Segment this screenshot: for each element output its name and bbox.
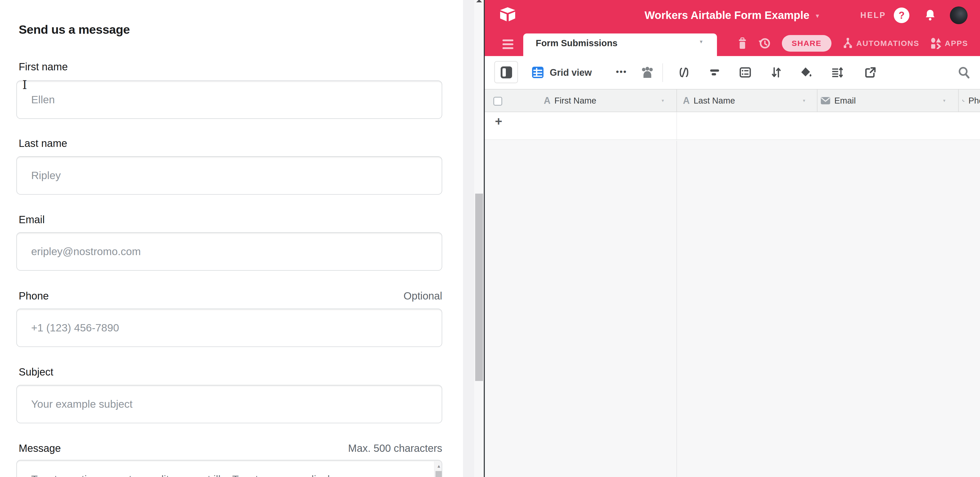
- user-avatar[interactable]: [950, 6, 967, 24]
- page-scroll-up-icon[interactable]: [476, 0, 482, 2]
- add-record-row[interactable]: +: [485, 112, 980, 140]
- form-heading: Send us a message: [19, 22, 130, 36]
- phone-label: Phone: [19, 290, 49, 302]
- page-scrollbar-thumb[interactable]: [475, 193, 483, 381]
- column-divider: [676, 141, 677, 477]
- group-icon[interactable]: [739, 67, 751, 78]
- help-question-icon[interactable]: ?: [894, 8, 909, 23]
- share-view-icon[interactable]: [864, 67, 877, 78]
- view-bar: Grid view •••: [485, 56, 980, 89]
- column-caret-icon[interactable]: ▼: [942, 98, 946, 103]
- color-icon[interactable]: [800, 67, 813, 78]
- subject-input[interactable]: [16, 385, 442, 423]
- column-caret-icon[interactable]: ▼: [661, 98, 665, 103]
- message-scroll-up-icon[interactable]: ▲: [434, 464, 442, 469]
- column-name[interactable]: First Name: [554, 96, 596, 106]
- column-caret-icon[interactable]: ▼: [802, 98, 806, 103]
- column-name[interactable]: Last Name: [694, 96, 735, 106]
- automations-icon: [842, 37, 853, 49]
- column-divider[interactable]: [817, 90, 818, 112]
- row-height-icon[interactable]: [831, 67, 844, 78]
- message-maxchars-hint: Max. 500 characters: [348, 442, 442, 454]
- automations-button[interactable]: AUTOMATIONS: [842, 37, 920, 49]
- email-input[interactable]: [16, 232, 442, 271]
- search-icon[interactable]: [958, 67, 970, 79]
- airtable-titlebar: Workers Airtable Form Example ▼ HELP ?: [485, 0, 980, 31]
- email-label: Email: [19, 214, 45, 225]
- view-options-ellipsis-icon[interactable]: •••: [616, 56, 627, 87]
- column-divider[interactable]: [676, 90, 677, 112]
- add-record-plus-icon[interactable]: +: [495, 114, 502, 128]
- toolbar-right-group: SHARE AUTOMATIONS APPS: [738, 31, 968, 56]
- sort-icon[interactable]: [770, 67, 782, 78]
- email-field-type-icon: [821, 97, 830, 105]
- share-button[interactable]: SHARE: [782, 35, 832, 52]
- text-field-type-icon: A: [544, 95, 550, 106]
- column-header-first-name[interactable]: A First Name: [544, 90, 596, 112]
- column-name[interactable]: Phone: [969, 96, 980, 106]
- table-tab-caret-icon[interactable]: ▼: [699, 39, 703, 44]
- table-tab-form-submissions[interactable]: Form Submissions ▼: [523, 33, 717, 56]
- grid-view-icon[interactable]: [531, 66, 544, 79]
- titlebar-right-group: HELP ?: [860, 0, 967, 31]
- column-header-last-name[interactable]: A Last Name: [683, 90, 735, 112]
- help-button[interactable]: HELP: [860, 11, 886, 20]
- viewbar-divider: [662, 63, 663, 82]
- airtable-window: Workers Airtable Form Example ▼ HELP ? F…: [485, 0, 980, 477]
- phone-field-type-icon: [962, 95, 965, 106]
- notifications-bell-icon[interactable]: [923, 8, 937, 22]
- trash-icon[interactable]: [738, 37, 747, 49]
- subject-label: Subject: [19, 366, 53, 378]
- airtable-toolbar: Form Submissions ▼ SHARE: [485, 31, 980, 56]
- message-textarea-value: Tenetur optio quaerat expedita vero et i…: [31, 473, 432, 477]
- contact-form: Send us a message First name I Last name…: [0, 0, 463, 477]
- first-name-label: First name: [19, 61, 68, 73]
- base-title[interactable]: Workers Airtable Form Example: [644, 9, 810, 22]
- message-scrollbar[interactable]: ▲: [434, 461, 442, 477]
- message-textarea[interactable]: Tenetur optio quaerat expedita vero et i…: [16, 460, 442, 477]
- automations-label[interactable]: AUTOMATIONS: [856, 39, 920, 48]
- last-name-label: Last name: [19, 138, 67, 149]
- first-name-input[interactable]: [16, 81, 442, 119]
- table-tab-label[interactable]: Form Submissions: [536, 33, 617, 53]
- history-icon[interactable]: [758, 37, 771, 50]
- select-all-checkbox[interactable]: [493, 97, 502, 106]
- text-field-type-icon: A: [683, 95, 690, 106]
- page-scrollbar-gutter: [463, 0, 484, 477]
- mouse-ibeam-cursor: I: [22, 78, 27, 92]
- last-name-input[interactable]: [16, 156, 442, 195]
- column-header-phone[interactable]: Phone: [962, 90, 980, 112]
- sidebar-panel-icon: [501, 67, 512, 78]
- hamburger-menu-icon[interactable]: [503, 40, 513, 49]
- phone-input[interactable]: [16, 309, 442, 347]
- browser-form-window: Send us a message First name I Last name…: [0, 0, 484, 477]
- views-sidebar-toggle[interactable]: [494, 61, 518, 83]
- phone-optional-hint: Optional: [404, 290, 442, 302]
- message-label: Message: [19, 442, 61, 454]
- apps-icon: [930, 38, 942, 49]
- message-scroll-thumb[interactable]: [436, 471, 442, 477]
- column-name[interactable]: Email: [834, 96, 856, 106]
- table-header-row: A First Name ▼ A Last Name ▼ Email ▼ Pho…: [485, 89, 980, 112]
- base-title-caret-icon[interactable]: ▼: [815, 13, 820, 19]
- view-name[interactable]: Grid view: [550, 56, 592, 89]
- collaborators-icon[interactable]: [640, 67, 655, 79]
- hide-fields-icon[interactable]: [678, 67, 690, 78]
- apps-button[interactable]: APPS: [930, 38, 968, 49]
- apps-label[interactable]: APPS: [945, 39, 968, 48]
- filter-icon[interactable]: [709, 67, 721, 78]
- column-divider: [676, 112, 677, 139]
- column-divider[interactable]: [958, 90, 959, 112]
- grid-empty-area: [485, 141, 980, 477]
- column-header-email[interactable]: Email: [821, 90, 856, 112]
